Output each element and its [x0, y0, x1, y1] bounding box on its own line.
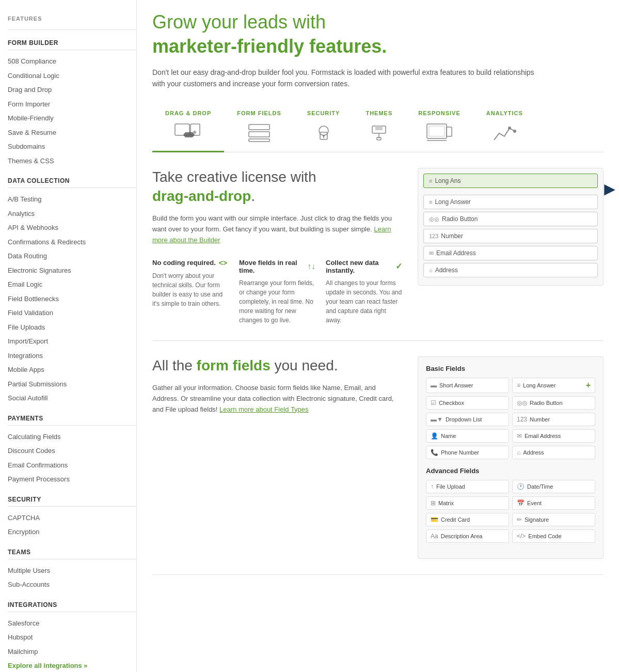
- sidebar-item[interactable]: Subdomains: [8, 139, 136, 154]
- sidebar-item[interactable]: Import/Export: [8, 334, 136, 349]
- svg-rect-4: [249, 139, 269, 142]
- field-badge-email: ✉ Email Address: [512, 429, 595, 443]
- tab-responsive[interactable]: RESPONSIVE: [405, 105, 473, 152]
- sidebar-item[interactable]: Sub-Accounts: [8, 577, 136, 592]
- field-badge-datetime: 🕐 Date/Time: [512, 480, 595, 493]
- sidebar-item[interactable]: Themes & CSS: [8, 154, 136, 168]
- field-icon: ≡: [429, 199, 432, 205]
- field-icon: ≡: [429, 178, 432, 184]
- sub-feature-collect: Collect new data instantly. ✓ All change…: [326, 259, 402, 325]
- event-icon: 📅: [517, 499, 525, 507]
- sidebar-item[interactable]: Conditional Logic: [8, 69, 136, 83]
- file-upload-icon: ↑: [431, 483, 434, 490]
- basic-fields-grid: ▬ Short Answer ≡ Long Answer +: [426, 378, 595, 459]
- sidebar-item[interactable]: Mailchimp: [8, 645, 136, 659]
- sidebar-item[interactable]: Electronic Signatures: [8, 263, 136, 278]
- tab-analytics[interactable]: ANALYTICS: [473, 105, 536, 152]
- sub-feature-no-coding: No coding required. <> Don't worry about…: [152, 259, 229, 325]
- field-icon: 123: [429, 233, 438, 239]
- field-icon: ⌂: [429, 267, 433, 273]
- field-badge-signature: ✏ Signature: [512, 513, 595, 526]
- sidebar-item[interactable]: 508 Compliance: [8, 54, 136, 69]
- form-fields-preview: Basic Fields ▬ Short Answer ≡ Long Answe…: [418, 356, 604, 559]
- cursor-icon: ►: [600, 178, 619, 200]
- field-badge-number: 123 Number: [512, 413, 595, 426]
- description-icon: Aa: [431, 533, 438, 540]
- sidebar-item[interactable]: Mobile-Friendly: [8, 111, 136, 126]
- field-badge-name: 👤 Name: [426, 429, 509, 443]
- field-badge-file-upload: ↑ File Upload: [426, 480, 509, 493]
- hero-section: Grow your leads with marketer-friendly f…: [152, 10, 604, 89]
- responsive-icon: [426, 122, 452, 143]
- field-badge-radio: ◎◎ Radio Button: [512, 396, 595, 410]
- sidebar-item[interactable]: Field Bottlenecks: [8, 292, 136, 306]
- sidebar-section-data-collection: DATA COLLECTION: [8, 177, 136, 188]
- main-content: Grow your leads with marketer-friendly f…: [137, 0, 619, 672]
- svg-rect-3: [249, 132, 269, 137]
- sidebar-section-payments: PAYMENTS: [8, 415, 136, 426]
- tab-security[interactable]: SECURITY: [294, 105, 353, 152]
- form-fields-preview-panel: Basic Fields ▬ Short Answer ≡ Long Answe…: [418, 356, 604, 559]
- hero-title: Grow your leads with marketer-friendly f…: [152, 10, 604, 59]
- embed-code-icon: </>: [517, 533, 526, 540]
- sidebar-item[interactable]: Data Routing: [8, 249, 136, 263]
- sidebar-item[interactable]: Payment Processors: [8, 472, 136, 487]
- sidebar-item[interactable]: Encryption: [8, 525, 136, 539]
- field-icon: ◎◎: [429, 216, 439, 223]
- sidebar-item[interactable]: Email Confirmations: [8, 458, 136, 473]
- sidebar-section-form-builder: FORM BUILDER: [8, 39, 136, 50]
- field-badge-matrix: ⊞ Matrix: [426, 496, 509, 510]
- form-fields-section-title: All the form fields you need.: [152, 356, 402, 375]
- field-badge-short-answer: ▬ Short Answer: [426, 378, 509, 393]
- tab-drag-drop[interactable]: DRAG & DROP: [152, 105, 224, 152]
- name-icon: 👤: [431, 432, 438, 440]
- address-icon: ⌂: [517, 449, 520, 456]
- add-field-button[interactable]: +: [586, 381, 591, 390]
- short-answer-icon: ▬: [431, 382, 437, 389]
- checkbox-icon: ☑: [431, 399, 436, 407]
- form-fields-left: All the form fields you need. Gather all…: [152, 356, 402, 559]
- field-badge-address: ⌂ Address: [512, 446, 595, 459]
- form-fields-learn-more-link[interactable]: Learn more about Field Types: [219, 405, 308, 413]
- sidebar-item[interactable]: Save & Resume: [8, 126, 136, 140]
- sub-feature-realtime: Move fields in real time. ↑↓ Rearrange y…: [239, 259, 315, 325]
- sidebar-item[interactable]: Analytics: [8, 207, 136, 221]
- dnd-feature-section: Take creative license with drag-and-drop…: [152, 152, 604, 340]
- tab-form-fields[interactable]: FORM FIELDS: [224, 105, 294, 152]
- dnd-feature-left: Take creative license with drag-and-drop…: [152, 168, 402, 324]
- tab-themes[interactable]: THEMES: [353, 105, 405, 152]
- sidebar-item[interactable]: Hubspot: [8, 630, 136, 645]
- drag-drop-icon: [176, 122, 201, 143]
- sidebar-item[interactable]: CAPTCHA: [8, 511, 136, 525]
- dnd-sub-features: No coding required. <> Don't worry about…: [152, 259, 402, 325]
- sidebar-item[interactable]: Email Logic: [8, 277, 136, 292]
- sidebar-item[interactable]: Social Autofill: [8, 391, 136, 405]
- sidebar-item[interactable]: Calculating Fields: [8, 430, 136, 444]
- feature-tabs: DRAG & DROP FORM FIELDS: [152, 105, 604, 152]
- sidebar-item[interactable]: Drag and Drop: [8, 83, 136, 97]
- sidebar-item[interactable]: Multiple Users: [8, 564, 136, 578]
- sidebar-item[interactable]: API & Webhooks: [8, 221, 136, 235]
- field-badge-description: Aa Description Area: [426, 529, 509, 543]
- sidebar-item[interactable]: Confirmations & Redirects: [8, 235, 136, 249]
- signature-icon: ✏: [517, 516, 522, 523]
- dnd-section-desc: Build the form you want with our simple …: [152, 213, 402, 245]
- sidebar-item[interactable]: Form Importer: [8, 97, 136, 112]
- explore-integrations-link[interactable]: Explore all integrations »: [8, 662, 136, 669]
- sidebar-section-integrations: INTEGRATIONS: [8, 601, 136, 612]
- field-badge-phone: 📞 Phone Number: [426, 446, 509, 459]
- sidebar-item[interactable]: A/B Testing: [8, 192, 136, 207]
- form-fields-desc: Gather all your information. Choose basi…: [152, 383, 402, 415]
- hero-description: Don't let our easy drag-and-drop builder…: [152, 67, 545, 90]
- svg-point-17: [508, 127, 511, 130]
- sidebar-item[interactable]: File Uploads: [8, 320, 136, 335]
- sidebar-item[interactable]: Integrations: [8, 349, 136, 363]
- analytics-icon: [491, 122, 517, 143]
- sidebar-section-teams: TEAMS: [8, 549, 136, 559]
- sidebar-item[interactable]: Mobile Apps: [8, 363, 136, 377]
- sidebar-item[interactable]: Field Validation: [8, 306, 136, 320]
- sidebar-item[interactable]: Discount Codes: [8, 444, 136, 458]
- credit-card-icon: 💳: [431, 516, 438, 523]
- sidebar-item[interactable]: Salesforce: [8, 616, 136, 631]
- sidebar-item[interactable]: Partial Submissions: [8, 377, 136, 392]
